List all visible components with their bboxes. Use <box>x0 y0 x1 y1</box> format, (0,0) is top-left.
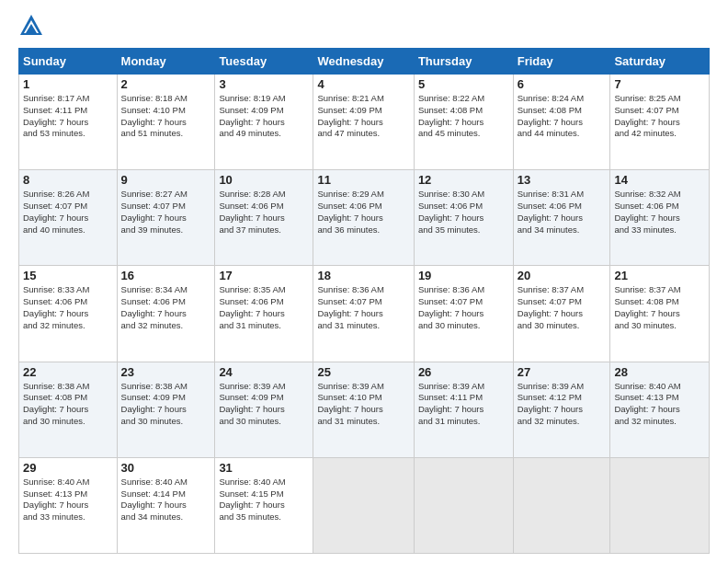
calendar-cell: 7Sunrise: 8:25 AMSunset: 4:07 PMDaylight… <box>610 75 710 170</box>
calendar-header: SundayMondayTuesdayWednesdayThursdayFrid… <box>19 49 710 75</box>
calendar-cell: 2Sunrise: 8:18 AMSunset: 4:10 PMDaylight… <box>117 75 215 170</box>
logo-icon <box>18 13 44 39</box>
calendar-cell: 24Sunrise: 8:39 AMSunset: 4:09 PMDayligh… <box>215 362 313 457</box>
day-info: Sunrise: 8:37 AMSunset: 4:07 PMDaylight:… <box>518 284 607 331</box>
day-number: 22 <box>23 365 113 379</box>
day-info: Sunrise: 8:32 AMSunset: 4:06 PMDaylight:… <box>614 189 705 236</box>
day-number: 2 <box>121 77 211 91</box>
day-info: Sunrise: 8:40 AMSunset: 4:14 PMDaylight:… <box>121 477 211 523</box>
calendar-cell: 27Sunrise: 8:39 AMSunset: 4:12 PMDayligh… <box>513 362 610 457</box>
day-info: Sunrise: 8:26 AMSunset: 4:07 PMDaylight:… <box>23 189 113 236</box>
calendar-cell: 19Sunrise: 8:36 AMSunset: 4:07 PMDayligh… <box>414 266 513 362</box>
day-info: Sunrise: 8:36 AMSunset: 4:07 PMDaylight:… <box>418 284 509 331</box>
calendar-cell: 16Sunrise: 8:34 AMSunset: 4:06 PMDayligh… <box>117 266 215 362</box>
day-info: Sunrise: 8:39 AMSunset: 4:10 PMDaylight:… <box>317 381 409 428</box>
day-info: Sunrise: 8:29 AMSunset: 4:06 PMDaylight:… <box>317 189 409 236</box>
day-number: 3 <box>219 77 309 91</box>
day-number: 12 <box>418 173 509 187</box>
week-row-5: 29Sunrise: 8:40 AMSunset: 4:13 PMDayligh… <box>19 457 710 553</box>
day-number: 30 <box>121 461 211 475</box>
calendar-cell: 8Sunrise: 8:26 AMSunset: 4:07 PMDaylight… <box>19 170 118 266</box>
header-row: SundayMondayTuesdayWednesdayThursdayFrid… <box>19 49 710 75</box>
calendar-cell: 30Sunrise: 8:40 AMSunset: 4:14 PMDayligh… <box>117 457 215 553</box>
day-number: 24 <box>219 365 309 379</box>
calendar-cell: 23Sunrise: 8:38 AMSunset: 4:09 PMDayligh… <box>117 362 215 457</box>
day-info: Sunrise: 8:34 AMSunset: 4:06 PMDaylight:… <box>121 284 211 331</box>
day-info: Sunrise: 8:36 AMSunset: 4:07 PMDaylight:… <box>317 284 409 331</box>
header-day-wednesday: Wednesday <box>313 49 414 75</box>
day-number: 18 <box>317 269 409 282</box>
day-number: 10 <box>219 173 309 187</box>
day-info: Sunrise: 8:38 AMSunset: 4:09 PMDaylight:… <box>121 381 211 428</box>
header <box>18 15 710 40</box>
week-row-2: 8Sunrise: 8:26 AMSunset: 4:07 PMDaylight… <box>19 170 710 266</box>
calendar-cell: 22Sunrise: 8:38 AMSunset: 4:08 PMDayligh… <box>19 362 118 457</box>
calendar-cell: 6Sunrise: 8:24 AMSunset: 4:08 PMDaylight… <box>513 75 610 170</box>
day-info: Sunrise: 8:18 AMSunset: 4:10 PMDaylight:… <box>121 93 211 140</box>
day-number: 17 <box>219 269 309 282</box>
calendar-cell <box>610 457 710 553</box>
day-number: 15 <box>23 269 113 282</box>
calendar-cell: 28Sunrise: 8:40 AMSunset: 4:13 PMDayligh… <box>610 362 710 457</box>
calendar-cell: 17Sunrise: 8:35 AMSunset: 4:06 PMDayligh… <box>215 266 313 362</box>
calendar: SundayMondayTuesdayWednesdayThursdayFrid… <box>18 48 710 554</box>
calendar-cell <box>513 457 610 553</box>
day-info: Sunrise: 8:39 AMSunset: 4:12 PMDaylight:… <box>518 381 607 428</box>
day-info: Sunrise: 8:37 AMSunset: 4:08 PMDaylight:… <box>614 284 705 331</box>
day-info: Sunrise: 8:39 AMSunset: 4:11 PMDaylight:… <box>418 381 509 428</box>
day-number: 21 <box>614 269 705 282</box>
day-number: 31 <box>219 461 309 475</box>
calendar-cell: 15Sunrise: 8:33 AMSunset: 4:06 PMDayligh… <box>19 266 118 362</box>
day-info: Sunrise: 8:27 AMSunset: 4:07 PMDaylight:… <box>121 189 211 236</box>
day-number: 29 <box>23 461 113 475</box>
day-number: 4 <box>317 77 409 91</box>
day-number: 5 <box>418 77 509 91</box>
week-row-1: 1Sunrise: 8:17 AMSunset: 4:11 PMDaylight… <box>19 75 710 170</box>
day-info: Sunrise: 8:39 AMSunset: 4:09 PMDaylight:… <box>219 381 309 428</box>
week-row-3: 15Sunrise: 8:33 AMSunset: 4:06 PMDayligh… <box>19 266 710 362</box>
day-info: Sunrise: 8:35 AMSunset: 4:06 PMDaylight:… <box>219 284 309 331</box>
day-info: Sunrise: 8:22 AMSunset: 4:08 PMDaylight:… <box>418 93 509 140</box>
day-info: Sunrise: 8:21 AMSunset: 4:09 PMDaylight:… <box>317 93 409 140</box>
calendar-cell: 14Sunrise: 8:32 AMSunset: 4:06 PMDayligh… <box>610 170 710 266</box>
calendar-cell: 11Sunrise: 8:29 AMSunset: 4:06 PMDayligh… <box>313 170 414 266</box>
day-info: Sunrise: 8:40 AMSunset: 4:13 PMDaylight:… <box>614 381 705 428</box>
calendar-cell: 31Sunrise: 8:40 AMSunset: 4:15 PMDayligh… <box>215 457 313 553</box>
day-number: 16 <box>121 269 211 282</box>
calendar-cell: 26Sunrise: 8:39 AMSunset: 4:11 PMDayligh… <box>414 362 513 457</box>
calendar-cell: 25Sunrise: 8:39 AMSunset: 4:10 PMDayligh… <box>313 362 414 457</box>
header-day-sunday: Sunday <box>19 49 118 75</box>
calendar-cell: 20Sunrise: 8:37 AMSunset: 4:07 PMDayligh… <box>513 266 610 362</box>
day-number: 23 <box>121 365 211 379</box>
day-info: Sunrise: 8:28 AMSunset: 4:06 PMDaylight:… <box>219 189 309 236</box>
day-number: 27 <box>518 365 607 379</box>
day-number: 9 <box>121 173 211 187</box>
calendar-cell: 3Sunrise: 8:19 AMSunset: 4:09 PMDaylight… <box>215 75 313 170</box>
header-day-monday: Monday <box>117 49 215 75</box>
calendar-cell <box>414 457 513 553</box>
header-day-friday: Friday <box>513 49 610 75</box>
calendar-cell: 29Sunrise: 8:40 AMSunset: 4:13 PMDayligh… <box>19 457 118 553</box>
calendar-cell: 1Sunrise: 8:17 AMSunset: 4:11 PMDaylight… <box>19 75 118 170</box>
day-info: Sunrise: 8:38 AMSunset: 4:08 PMDaylight:… <box>23 381 113 428</box>
day-number: 11 <box>317 173 409 187</box>
calendar-cell: 18Sunrise: 8:36 AMSunset: 4:07 PMDayligh… <box>313 266 414 362</box>
day-number: 26 <box>418 365 509 379</box>
header-day-thursday: Thursday <box>414 49 513 75</box>
day-info: Sunrise: 8:33 AMSunset: 4:06 PMDaylight:… <box>23 284 113 331</box>
day-number: 19 <box>418 269 509 282</box>
day-number: 8 <box>23 173 113 187</box>
calendar-cell: 4Sunrise: 8:21 AMSunset: 4:09 PMDaylight… <box>313 75 414 170</box>
day-info: Sunrise: 8:19 AMSunset: 4:09 PMDaylight:… <box>219 93 309 140</box>
week-row-4: 22Sunrise: 8:38 AMSunset: 4:08 PMDayligh… <box>19 362 710 457</box>
day-number: 14 <box>614 173 705 187</box>
calendar-cell: 5Sunrise: 8:22 AMSunset: 4:08 PMDaylight… <box>414 75 513 170</box>
day-info: Sunrise: 8:17 AMSunset: 4:11 PMDaylight:… <box>23 93 113 140</box>
day-info: Sunrise: 8:30 AMSunset: 4:06 PMDaylight:… <box>418 189 509 236</box>
header-day-tuesday: Tuesday <box>215 49 313 75</box>
day-info: Sunrise: 8:40 AMSunset: 4:15 PMDaylight:… <box>219 477 309 523</box>
calendar-cell: 9Sunrise: 8:27 AMSunset: 4:07 PMDaylight… <box>117 170 215 266</box>
day-info: Sunrise: 8:25 AMSunset: 4:07 PMDaylight:… <box>614 93 705 140</box>
logo <box>18 15 48 40</box>
page: SundayMondayTuesdayWednesdayThursdayFrid… <box>0 0 728 563</box>
